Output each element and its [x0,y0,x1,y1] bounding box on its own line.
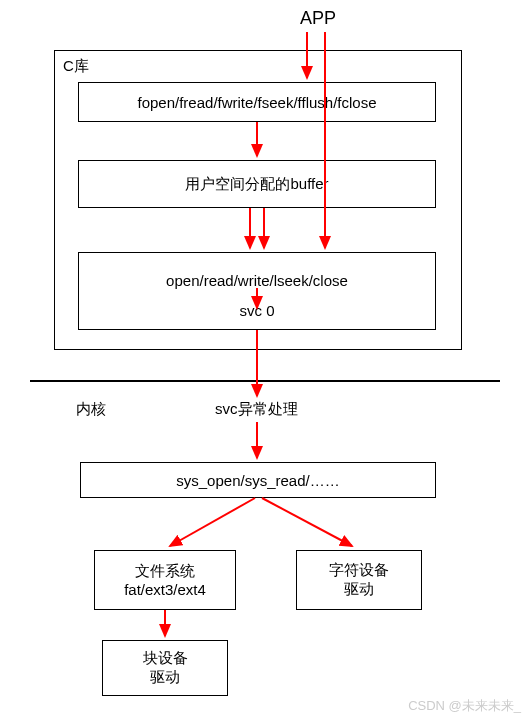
kernel-syscall-text: sys_open/sys_read/…… [176,472,339,489]
chardev-line1: 字符设备 [329,561,389,580]
user-buffer-box: 用户空间分配的buffer [78,160,436,208]
blockdev-line2: 驱动 [150,668,180,687]
syscall-wrapper-box: open/read/write/lseek/close svc 0 [78,252,436,330]
svg-line-9 [262,498,352,546]
filesystem-line2: fat/ext3/ext4 [124,581,206,598]
separator-line [30,380,500,382]
clib-label: C库 [63,57,89,76]
kernel-syscall-box: sys_open/sys_read/…… [80,462,436,498]
clib-stdio-text: fopen/fread/fwrite/fseek/fflush/fclose [137,94,376,111]
filesystem-box: 文件系统 fat/ext3/ext4 [94,550,236,610]
svc-handler-label: svc异常处理 [215,400,298,419]
app-label: APP [300,8,336,29]
syscall-wrapper-line1: open/read/write/lseek/close [166,261,348,299]
blockdev-line1: 块设备 [143,649,188,668]
blockdev-box: 块设备 驱动 [102,640,228,696]
svg-line-8 [170,498,255,546]
clib-stdio-box: fopen/fread/fwrite/fseek/fflush/fclose [78,82,436,122]
kernel-label: 内核 [76,400,106,419]
watermark: CSDN @未来未来_ [408,697,521,715]
syscall-wrapper-line2: svc 0 [239,299,274,321]
filesystem-line1: 文件系统 [135,562,195,581]
user-buffer-text: 用户空间分配的buffer [185,175,328,194]
chardev-line2: 驱动 [344,580,374,599]
chardev-box: 字符设备 驱动 [296,550,422,610]
